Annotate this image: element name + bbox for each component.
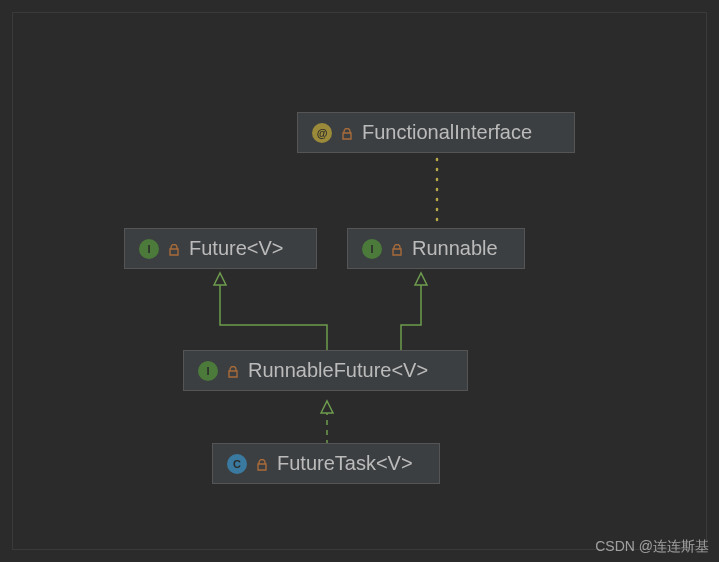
lock-icon bbox=[226, 364, 240, 378]
lock-icon bbox=[167, 242, 181, 256]
node-future[interactable]: I Future<V> bbox=[124, 228, 317, 269]
node-label: RunnableFuture<V> bbox=[248, 359, 428, 382]
edge-extends-runnable bbox=[401, 285, 421, 355]
node-label: Future<V> bbox=[189, 237, 284, 260]
node-label: FutureTask<V> bbox=[277, 452, 413, 475]
edge-extends-future bbox=[220, 285, 327, 355]
diagram-canvas: @ FunctionalInterface I Future<V> I Runn… bbox=[12, 12, 707, 550]
lock-icon bbox=[340, 126, 354, 140]
class-icon: C bbox=[227, 454, 247, 474]
node-label: FunctionalInterface bbox=[362, 121, 532, 144]
watermark: CSDN @连连斯基 bbox=[595, 538, 709, 556]
node-functional-interface[interactable]: @ FunctionalInterface bbox=[297, 112, 575, 153]
annotation-icon: @ bbox=[312, 123, 332, 143]
lock-icon bbox=[390, 242, 404, 256]
node-runnable-future[interactable]: I RunnableFuture<V> bbox=[183, 350, 468, 391]
node-label: Runnable bbox=[412, 237, 498, 260]
interface-icon: I bbox=[139, 239, 159, 259]
interface-icon: I bbox=[198, 361, 218, 381]
interface-icon: I bbox=[362, 239, 382, 259]
node-future-task[interactable]: C FutureTask<V> bbox=[212, 443, 440, 484]
node-runnable[interactable]: I Runnable bbox=[347, 228, 525, 269]
lock-icon bbox=[255, 457, 269, 471]
